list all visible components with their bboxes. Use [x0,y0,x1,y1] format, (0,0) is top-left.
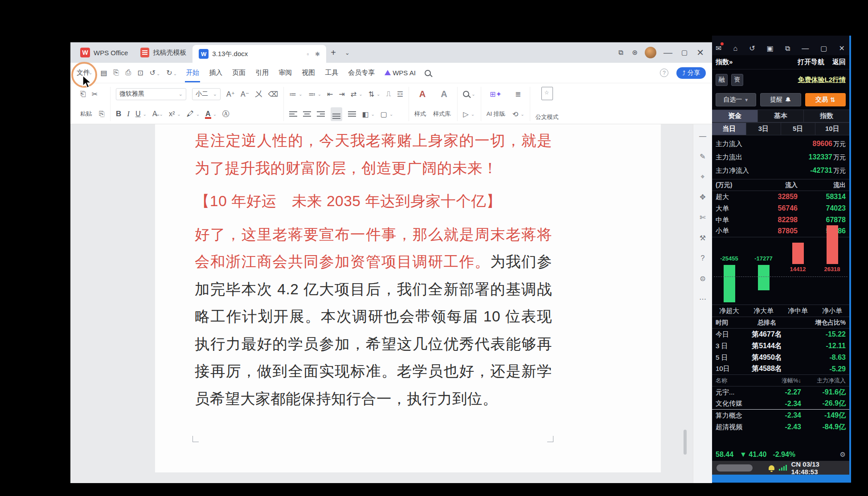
notification-bell-icon[interactable] [769,465,774,470]
new-tab-button[interactable]: + [326,48,340,58]
show-marks-icon[interactable]: ☲ [397,90,403,98]
redo-icon[interactable]: ↻⌄ [166,69,177,77]
bullet-list-icon[interactable]: ≔ [289,90,296,98]
panel-minimize-button[interactable]: — [802,45,809,53]
tab-10d[interactable]: 10日 [815,123,849,135]
tab-funds[interactable]: 资金 [712,110,758,122]
align-center-icon[interactable] [303,111,311,117]
font-size-select[interactable]: 小二⌄ [192,88,221,100]
highlight-icon[interactable]: 🖍 [187,110,194,118]
panel-maximize-button[interactable]: ▢ [820,44,827,53]
tab-basic[interactable]: 基本 [758,110,804,122]
select-icon[interactable]: ▷ [463,110,468,118]
maximize-button[interactable]: ▢ [677,49,692,57]
feedback-icon[interactable]: ⊜ [700,274,705,283]
window-stack-icon[interactable]: ⧉ [614,49,628,57]
copy-icon[interactable]: ⎘ [99,110,105,118]
ai-layout-button[interactable]: AI 排版 ⌄ [487,110,507,118]
close-button[interactable]: ✕ [692,47,708,58]
decrease-font-icon[interactable]: A⁻ [241,90,249,98]
watchlist-button[interactable]: 自选一▼ [716,93,756,106]
underline-button[interactable]: U [135,110,141,118]
sector-row-selected[interactable]: 文化传媒-2.34-26.9亿 [712,398,849,410]
numbered-list-icon[interactable]: ≕ [308,90,315,98]
text-effects-icon[interactable]: 㐅⌄ [255,89,262,99]
gear-icon[interactable]: ⚙ [840,451,846,459]
font-color-button[interactable]: A [205,110,211,118]
print-preview-icon[interactable]: ⊡ [137,69,143,77]
menu-view[interactable]: 视图 [301,63,316,82]
open-nav-link[interactable]: 打开导航 [798,58,824,66]
trade-button[interactable]: 交易⇅ [805,93,846,106]
decrease-indent-icon[interactable]: ⇤ [327,90,333,98]
line-spacing-icon[interactable]: ⇅ [368,90,374,98]
tab-wps-office[interactable]: W WPS Office [74,42,134,63]
print-icon[interactable]: ⎙ [125,69,131,77]
format-painter-icon[interactable]: ⎗ [80,90,86,98]
back-link[interactable]: 返回 [832,58,846,66]
align-left-icon[interactable] [289,111,297,117]
menu-wps-ai[interactable]: WPS AI [384,64,417,82]
cut-icon[interactable]: ✂ [92,90,98,98]
minimize-button[interactable]: — [659,48,677,58]
menu-page[interactable]: 页面 [231,63,246,82]
justify-icon[interactable] [332,113,340,119]
undo-icon[interactable]: ↺⌄ [150,69,160,77]
tab-5d[interactable]: 5日 [781,123,815,135]
skin-icon[interactable]: ▣ [767,44,774,53]
bold-button[interactable]: B [116,110,121,118]
stamp-icon[interactable]: ✄ [700,213,705,222]
message-icon[interactable]: ✉ [716,44,721,53]
menu-tools[interactable]: 工具 [324,63,339,82]
share-button[interactable]: ⤴ 分享 [676,67,706,79]
style-library-button[interactable]: 样式库 ⌄ [433,110,452,118]
strikethrough-icon[interactable]: A̶ [152,110,157,118]
home-icon[interactable]: ⌂ [733,45,737,53]
char-shading-icon[interactable]: Ⓐ [222,110,229,119]
select-tool-icon[interactable]: ⌖ [700,173,704,181]
sector-row[interactable]: 算力概念-2.34-149亿 [712,410,849,421]
index-link[interactable]: 指数» [716,58,733,66]
font-name-select[interactable]: 微软雅黑⌄ [116,88,186,100]
tab-list-chevron-icon[interactable]: ⌄ [340,49,354,56]
panel-close-button[interactable]: ✕ [839,44,845,53]
refresh-icon[interactable]: ↺ [749,44,755,53]
menu-review[interactable]: 审阅 [278,63,293,82]
increase-indent-icon[interactable]: ⇥ [339,90,344,98]
official-doc-mode-button[interactable]: 公文模式 [536,113,559,121]
margin-button[interactable]: 融 [716,74,728,86]
style-button[interactable]: 样式 ⌄ [414,110,427,118]
menu-home[interactable]: 开始 [185,63,200,82]
tab-active-doc[interactable]: W 3.13午.docx ▫ ✱ [192,45,326,63]
menu-reference[interactable]: 引用 [254,63,270,82]
superscript-icon[interactable]: x² [169,110,175,118]
tab-template-doc[interactable]: 找稿壳模板 [134,42,192,63]
italic-button[interactable]: I [127,110,130,118]
menu-insert[interactable]: 插入 [208,63,223,82]
search-icon[interactable] [425,70,431,76]
tab-index[interactable]: 指数 [804,110,849,122]
tools-icon[interactable]: ⚒ [700,234,706,242]
sort-icon[interactable]: ⎍ [386,90,391,98]
increase-font-icon[interactable]: A⁺ [226,90,235,98]
help-circle-icon[interactable]: ? [701,254,705,262]
menu-member[interactable]: 会员专享 [347,63,376,82]
layout-tool-icon[interactable]: ⟲ [512,110,518,118]
tab-today[interactable]: 当日 [712,123,746,135]
tab-preview-icon[interactable]: ▫ [307,51,309,57]
paste-button[interactable]: 粘贴 ⌄ [80,110,93,118]
more-icon[interactable]: ⋯ [699,295,706,303]
alert-button[interactable]: 提醒🔔︎ [760,93,801,106]
document-page[interactable]: 是注定逆人性的，今天我老蒋赌上身家的一切，就是为了提升我的财富阶层，创造更广阔的… [155,124,661,472]
new-doc-icon[interactable]: ▤ [100,69,107,77]
find-icon[interactable] [463,91,469,97]
save-icon[interactable]: ⎘ [114,69,119,77]
l2-trial-link[interactable]: 免费体验L2行情 [798,76,846,84]
scrollbar-thumb[interactable] [684,430,687,455]
window-mode-icon[interactable]: ⧉ [785,45,790,53]
tab-3d[interactable]: 3日 [746,123,781,135]
user-avatar[interactable] [645,47,656,58]
share-tool-icon[interactable]: ✥ [700,193,705,201]
align-right-icon[interactable] [317,111,325,117]
sector-row[interactable]: 元宇...-2.27-91.6亿 [712,386,849,398]
